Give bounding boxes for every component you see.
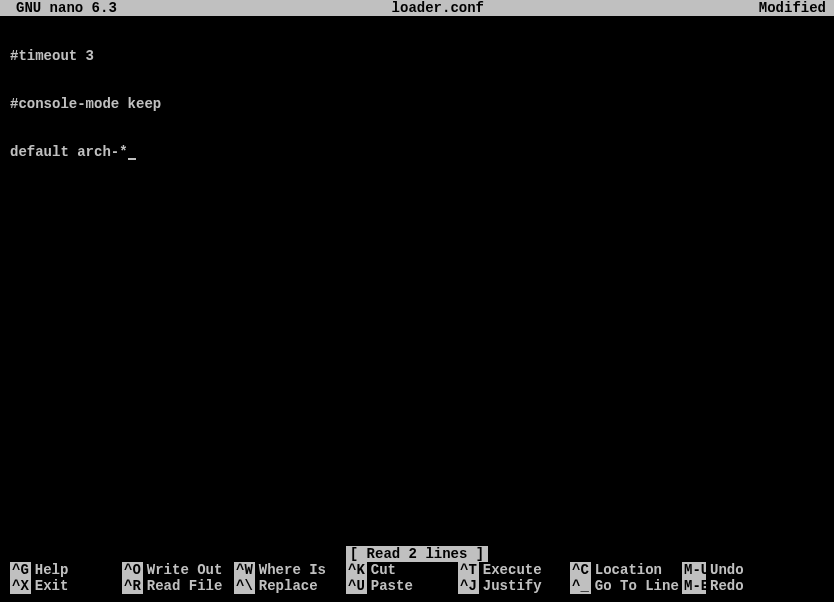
- shortcut-go-to-line[interactable]: ^_Go To Line: [570, 578, 682, 594]
- status-bar: [ Read 2 lines ]: [0, 546, 834, 562]
- cursor: [128, 158, 136, 160]
- editor-line: #timeout 3: [10, 48, 834, 64]
- shortcut-paste[interactable]: ^UPaste: [346, 578, 458, 594]
- shortcut-where-is[interactable]: ^WWhere Is: [234, 562, 346, 578]
- editor-line: default arch-*: [10, 144, 834, 160]
- editor-line: #console-mode keep: [10, 96, 834, 112]
- status-message: [ Read 2 lines ]: [346, 546, 488, 562]
- shortcut-write-out[interactable]: ^OWrite Out: [122, 562, 234, 578]
- app-name: GNU nano 6.3: [0, 0, 117, 16]
- shortcut-location[interactable]: ^CLocation: [570, 562, 682, 578]
- shortcut-replace[interactable]: ^\Replace: [234, 578, 346, 594]
- shortcut-undo[interactable]: M-UUndo: [682, 562, 738, 578]
- shortcut-justify[interactable]: ^JJustify: [458, 578, 570, 594]
- shortcut-exit[interactable]: ^XExit: [10, 578, 122, 594]
- shortcut-help[interactable]: ^GHelp: [10, 562, 122, 578]
- help-row-2: ^XExit ^RRead File ^\Replace ^UPaste ^JJ…: [10, 578, 834, 594]
- shortcut-read-file[interactable]: ^RRead File: [122, 578, 234, 594]
- shortcut-cut[interactable]: ^KCut: [346, 562, 458, 578]
- bottom-gap: [0, 594, 834, 602]
- filename: loader.conf: [117, 0, 759, 16]
- title-bar: GNU nano 6.3 loader.conf Modified: [0, 0, 834, 16]
- help-bar: ^GHelp ^OWrite Out ^WWhere Is ^KCut ^TEx…: [0, 562, 834, 594]
- editor-area[interactable]: #timeout 3 #console-mode keep default ar…: [0, 16, 834, 546]
- shortcut-execute[interactable]: ^TExecute: [458, 562, 570, 578]
- shortcut-redo[interactable]: M-ERedo: [682, 578, 738, 594]
- modified-status: Modified: [759, 0, 834, 16]
- help-row-1: ^GHelp ^OWrite Out ^WWhere Is ^KCut ^TEx…: [10, 562, 834, 578]
